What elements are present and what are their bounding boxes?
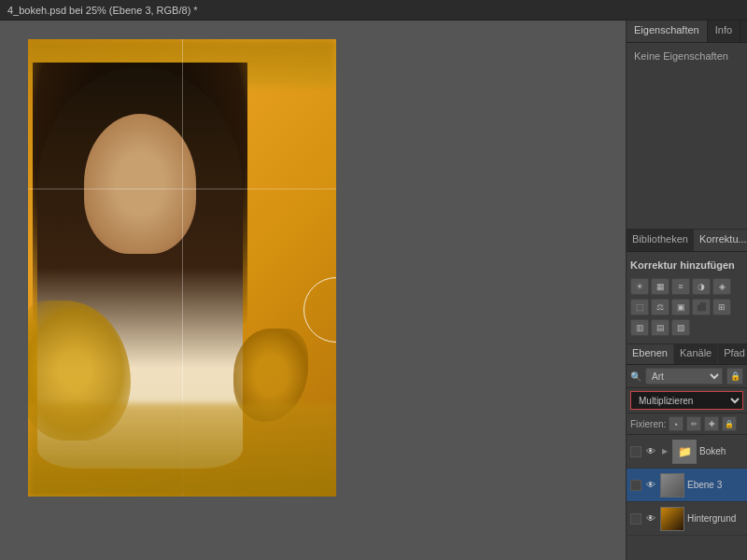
curves-icon[interactable]: ▦ [651, 278, 669, 295]
correction-icons-row2: ⬚ ⚖ ▣ ⬛ ⊞ [630, 299, 743, 315]
bokeh-blur-bottom [28, 403, 336, 497]
tab-bibliotheken[interactable]: Bibliotheken [627, 230, 694, 251]
tab-korrekturen[interactable]: Korrektu... [694, 230, 747, 251]
main-layout: Eigenschaften Info Keine Eigenschaften B… [0, 21, 747, 560]
title-bar: 4_bokeh.psd bei 25% (Ebene 3, RGB/8) * [0, 0, 747, 21]
no-properties-text: Keine Eigenschaften [634, 47, 728, 62]
properties-content: Keine Eigenschaften [627, 43, 747, 230]
eye-icon-hintergrund[interactable]: 👁 [644, 512, 657, 525]
layers-list: 👁 ▶ 📁 Bokeh 👁 Ebene 3 [627, 435, 747, 560]
person-face [84, 114, 196, 254]
fix-transparent-btn[interactable]: ▪ [669, 416, 684, 431]
search-icon: 🔍 [630, 371, 641, 382]
layers-section: Ebenen Kanäle Pfad 🔍 Art 🔒 [627, 344, 747, 560]
posterize-icon[interactable]: ▤ [651, 319, 669, 336]
layer-thumb-bokeh: 📁 [672, 440, 697, 464]
layer-thumb-ebene3 [660, 473, 684, 497]
layer-thumb-hintergrund [660, 507, 684, 531]
canvas-inner [28, 39, 336, 497]
invert-icon[interactable]: ▥ [630, 319, 649, 336]
bib-tabs: Bibliotheken Korrektu... [627, 230, 747, 252]
layers-controls: 🔍 Art 🔒 [627, 365, 747, 388]
layer-item-hintergrund[interactable]: 👁 Hintergrund [627, 502, 747, 536]
threshold-icon[interactable]: ▧ [671, 319, 690, 336]
right-panel: Eigenschaften Info Keine Eigenschaften B… [626, 21, 747, 560]
vibrance-icon[interactable]: ◈ [712, 278, 731, 295]
blend-mode-row: Multiplizieren [627, 388, 747, 413]
fix-paint-btn[interactable]: ✏ [686, 416, 701, 431]
layer-lock-icon[interactable]: 🔒 [726, 368, 743, 385]
bw-icon[interactable]: ▣ [671, 299, 690, 315]
brush-cursor [303, 277, 336, 343]
layers-tabs: Ebenen Kanäle Pfad [627, 344, 747, 365]
photo-filter-icon[interactable]: ⬛ [692, 299, 711, 315]
tab-ebenen[interactable]: Ebenen [627, 344, 674, 364]
brightness-icon[interactable]: ☀ [630, 278, 649, 295]
colorbalance-icon[interactable]: ⚖ [651, 299, 669, 315]
corrections-content: Korrektur hinzufügen ☀ ▦ ≡ ◑ ◈ ⬚ ⚖ ▣ ⬛ ⊞… [627, 252, 747, 344]
hue-icon[interactable]: ⬚ [630, 299, 649, 315]
levels-icon[interactable]: ≡ [671, 278, 690, 295]
correction-icons-row1: ☀ ▦ ≡ ◑ ◈ [630, 278, 743, 295]
layer-name-hintergrund: Hintergrund [687, 513, 743, 524]
blend-mode-select[interactable]: Multiplizieren [630, 391, 743, 410]
correction-icons-row3: ▥ ▤ ▧ [630, 319, 743, 336]
fixieren-row: Fixieren: ▪ ✏ ✚ 🔒 [627, 413, 747, 435]
channel-mixer-icon[interactable]: ⊞ [712, 299, 731, 315]
layer-check-hintergrund[interactable] [630, 513, 641, 525]
fix-all-btn[interactable]: 🔒 [722, 416, 737, 431]
layer-name-bokeh: Bokeh [699, 446, 743, 456]
fix-position-btn[interactable]: ✚ [704, 416, 719, 431]
eye-icon-ebene3[interactable]: 👁 [644, 479, 657, 492]
korrektur-label: Korrektur hinzufügen [630, 256, 743, 274]
tab-pfad[interactable]: Pfad [718, 344, 747, 364]
expand-icon-bokeh[interactable]: ▶ [660, 447, 669, 456]
layer-name-ebene3: Ebene 3 [687, 480, 743, 490]
layer-check-ebene3[interactable] [630, 480, 641, 491]
tab-info[interactable]: Info [708, 21, 740, 42]
layer-item-ebene3[interactable]: 👁 Ebene 3 [627, 469, 747, 502]
fixieren-label: Fixieren: [630, 419, 666, 429]
tab-kanaele[interactable]: Kanäle [674, 344, 718, 364]
exposure-icon[interactable]: ◑ [692, 278, 711, 295]
photo-background [28, 39, 336, 497]
document-title: 4_bokeh.psd bei 25% (Ebene 3, RGB/8) * [7, 5, 198, 16]
canvas-area[interactable] [0, 21, 626, 560]
properties-tabs: Eigenschaften Info [627, 21, 747, 43]
layer-item-bokeh[interactable]: 👁 ▶ 📁 Bokeh [627, 435, 747, 469]
eye-icon-bokeh[interactable]: 👁 [644, 445, 657, 458]
art-select[interactable]: Art [645, 368, 723, 385]
tab-eigenschaften[interactable]: Eigenschaften [627, 21, 708, 42]
layer-check-bokeh[interactable] [630, 446, 641, 457]
